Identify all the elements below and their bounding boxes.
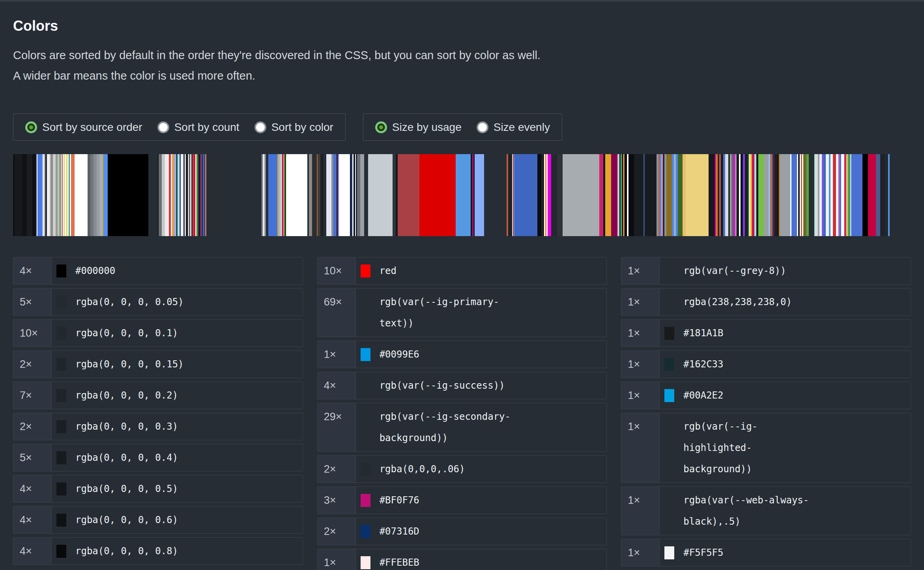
color-swatch	[56, 265, 66, 278]
strip-segment[interactable]	[880, 154, 885, 236]
strip-segment[interactable]	[37, 154, 42, 236]
strip-segment[interactable]	[826, 154, 829, 236]
strip-segment[interactable]	[686, 154, 709, 236]
usage-count: 1×	[621, 487, 660, 535]
strip-segment[interactable]	[268, 154, 277, 236]
strip-segment[interactable]	[326, 154, 331, 236]
color-swatch	[664, 494, 674, 507]
strip-segment[interactable]	[645, 154, 657, 236]
strip-segment[interactable]	[339, 154, 350, 236]
strip-segment[interactable]	[103, 154, 108, 236]
strip-segment[interactable]	[666, 154, 672, 236]
radio-selected-icon[interactable]	[25, 121, 37, 133]
color-value-cell: rgba(0, 0, 0, 0.5)	[52, 475, 303, 502]
strip-segment[interactable]	[159, 154, 162, 236]
strip-segment[interactable]	[318, 154, 320, 236]
radio-unselected-icon[interactable]	[254, 121, 266, 133]
radio-sort-by-source-order[interactable]: Sort by source order	[25, 121, 142, 134]
strip-segment[interactable]	[803, 154, 806, 236]
strip-segment[interactable]	[47, 154, 50, 236]
strip-segment[interactable]	[53, 154, 56, 236]
controls-bar: Sort by source orderSort by countSort by…	[13, 114, 911, 141]
strip-segment[interactable]	[709, 154, 715, 236]
strip-segment[interactable]	[888, 154, 890, 236]
strip-segment[interactable]	[841, 154, 844, 236]
strip-segment[interactable]	[320, 154, 324, 236]
strip-segment[interactable]	[71, 154, 75, 236]
strip-segment[interactable]	[14, 154, 22, 236]
strip-segment[interactable]	[75, 154, 88, 236]
color-swatch	[361, 494, 370, 507]
strip-segment[interactable]	[628, 154, 634, 236]
radio-unselected-icon[interactable]	[157, 121, 169, 133]
strip-segment[interactable]	[475, 154, 484, 236]
strip-segment[interactable]	[851, 154, 862, 236]
strip-segment[interactable]	[419, 154, 456, 236]
strip-segment[interactable]	[683, 154, 686, 236]
strip-segment[interactable]	[764, 154, 769, 236]
strip-segment[interactable]	[780, 154, 790, 236]
strip-segment[interactable]	[88, 154, 90, 236]
strip-segment[interactable]	[514, 154, 537, 236]
strip-segment[interactable]	[333, 154, 337, 236]
color-row: 4×rgba(0, 0, 0, 0.6)	[13, 506, 303, 534]
radio-sort-by-color[interactable]: Sort by color	[254, 121, 333, 134]
strip-segment[interactable]	[605, 154, 611, 236]
usage-count: 1×	[621, 320, 660, 346]
strip-segment[interactable]	[508, 154, 512, 236]
strip-segment[interactable]	[90, 154, 94, 236]
strip-segment[interactable]	[286, 154, 307, 236]
strip-segment[interactable]	[678, 154, 683, 236]
strip-segment[interactable]	[27, 154, 32, 236]
color-column-3: 1×rgb(var(--grey-8))1×rgba(238,238,238,0…	[621, 257, 911, 570]
radio-sort-by-count[interactable]: Sort by count	[157, 121, 239, 134]
strip-segment[interactable]	[393, 154, 396, 236]
strip-segment[interactable]	[108, 154, 148, 236]
strip-segment[interactable]	[548, 154, 551, 236]
strip-segment[interactable]	[833, 154, 836, 236]
strip-segment[interactable]	[456, 154, 471, 236]
strip-segment[interactable]	[181, 154, 183, 236]
strip-segment[interactable]	[758, 154, 764, 236]
strip-segment[interactable]	[94, 154, 97, 236]
strip-segment[interactable]	[885, 154, 888, 236]
strip-segment[interactable]	[745, 154, 748, 236]
color-value-cell: rgba(0, 0, 0, 0.3)	[52, 413, 303, 440]
strip-segment[interactable]	[599, 154, 603, 236]
color-row: 1×#0099E6	[317, 341, 607, 368]
strip-segment[interactable]	[312, 154, 317, 236]
color-swatch	[664, 296, 674, 309]
usage-count: 2×	[13, 351, 52, 378]
strip-segment[interactable]	[100, 154, 103, 236]
strip-segment[interactable]	[22, 154, 27, 236]
strip-segment[interactable]	[876, 154, 880, 236]
strip-segment[interactable]	[557, 154, 563, 236]
strip-segment[interactable]	[32, 154, 36, 236]
color-swatch	[56, 514, 66, 527]
strip-segment[interactable]	[563, 154, 599, 236]
strip-segment[interactable]	[360, 154, 364, 236]
strip-segment[interactable]	[791, 154, 797, 236]
strip-segment[interactable]	[162, 154, 165, 236]
strip-segment[interactable]	[725, 154, 728, 236]
strip-segment[interactable]	[611, 154, 617, 236]
strip-segment[interactable]	[309, 154, 312, 236]
strip-segment[interactable]	[537, 154, 541, 236]
strip-segment[interactable]	[862, 154, 868, 236]
radio-size-evenly[interactable]: Size evenly	[477, 121, 550, 134]
color-swatch	[361, 525, 370, 538]
usage-count: 1×	[621, 257, 660, 284]
strip-segment[interactable]	[541, 154, 544, 236]
strip-segment[interactable]	[868, 154, 876, 236]
strip-segment[interactable]	[368, 154, 393, 236]
strip-segment[interactable]	[551, 154, 557, 236]
strip-segment[interactable]	[634, 154, 643, 236]
color-row: 1×#162C33	[621, 350, 911, 378]
strip-segment[interactable]	[97, 154, 100, 236]
radio-selected-icon[interactable]	[375, 121, 387, 133]
strip-segment[interactable]	[165, 154, 169, 236]
strip-segment[interactable]	[398, 154, 419, 236]
strip-segment[interactable]	[357, 154, 360, 236]
radio-unselected-icon[interactable]	[477, 121, 488, 133]
radio-size-by-usage[interactable]: Size by usage	[375, 121, 462, 134]
